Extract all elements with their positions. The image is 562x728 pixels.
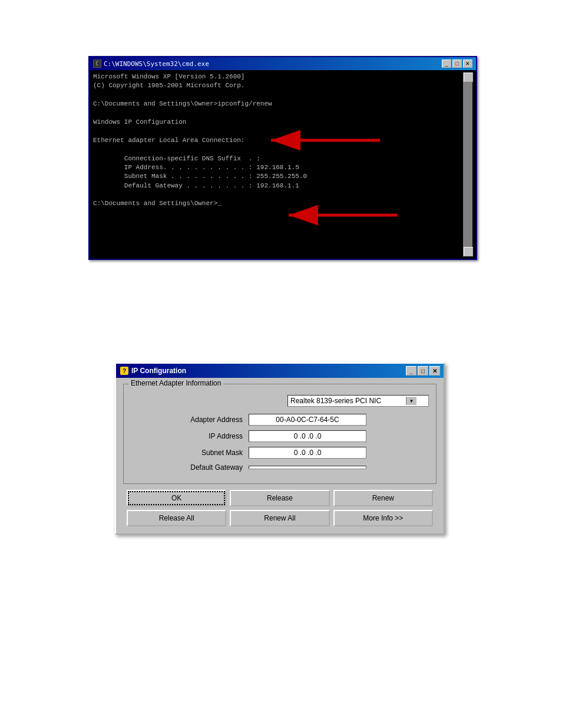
cmd-line: Windows IP Configuration [93, 118, 463, 127]
cmd-minimize-button[interactable]: _ [442, 60, 451, 68]
cmd-line: C:\Documents and Settings\Owner>ipconfig… [93, 100, 463, 108]
ip-address-label: IP Address [131, 432, 249, 440]
cmd-controls: _ □ ✕ [442, 60, 472, 68]
ip-adapter-dropdown[interactable]: Realtek 8139-series PCI NIC ▼ [287, 395, 429, 407]
ip-subnet-label: Subnet Mask [131, 449, 249, 457]
cmd-line [93, 127, 463, 136]
cmd-line: IP Address. . . . . . . . . . . : 192.16… [93, 163, 463, 172]
ip-dialog-controls: _ □ ✕ [406, 366, 440, 375]
cmd-title: C:\WINDOWS\System32\cmd.exe [104, 60, 209, 68]
cmd-line [93, 109, 463, 118]
cmd-content: Microsoft Windows XP [Version 5.1.2600](… [93, 73, 463, 256]
ip-adapter-address-row: Adapter Address 00-A0-0C-C7-64-5C [131, 414, 429, 426]
ip-gateway-value [249, 466, 366, 469]
cmd-line: (C) Copyright 1985-2001 Microsoft Corp. [93, 81, 463, 90]
ip-address-value: 0 .0 .0 .0 [249, 430, 366, 442]
cmd-line: Microsoft Windows XP [Version 5.1.2600] [93, 73, 463, 81]
cmd-line: Connection-specific DNS Suffix . : [93, 154, 463, 163]
cmd-scrollbar[interactable]: ▲ ▼ [463, 73, 472, 256]
cmd-scroll-track[interactable] [464, 82, 472, 247]
cmd-line [93, 190, 463, 199]
cmd-restore-button[interactable]: □ [452, 60, 462, 68]
cmd-line: Default Gateway . . . . . . . . : 192.16… [93, 182, 463, 190]
ip-dropdown-arrow[interactable]: ▼ [406, 397, 416, 405]
renew-all-button[interactable]: Renew All [230, 510, 329, 526]
release-all-button[interactable]: Release All [127, 510, 226, 526]
ip-address-row: IP Address 0 .0 .0 .0 [131, 430, 429, 442]
more-info-button[interactable]: More Info >> [333, 510, 433, 526]
ip-minimize-button[interactable]: _ [406, 366, 416, 375]
cmd-icon: C [93, 60, 101, 68]
cmd-close-button[interactable]: ✕ [463, 60, 472, 68]
cmd-window: C C:\WINDOWS\System32\cmd.exe _ □ ✕ Micr… [88, 56, 477, 260]
cmd-line: Subnet Mask . . . . . . . . . . : 255.25… [93, 172, 463, 181]
ip-body: Ethernet Adapter Information Realtek 813… [116, 378, 444, 533]
ip-close-button[interactable]: ✕ [429, 366, 440, 375]
ip-restore-button[interactable]: □ [418, 366, 428, 375]
renew-button[interactable]: Renew [333, 490, 433, 506]
release-button[interactable]: Release [230, 490, 329, 506]
ip-gateway-row: Default Gateway [131, 463, 429, 472]
cmd-line: Ethernet adapter Local Area Connection: [93, 136, 463, 145]
cmd-scroll-up[interactable]: ▲ [464, 73, 473, 82]
ip-adapter-address-label: Adapter Address [131, 416, 249, 424]
cmd-body: Microsoft Windows XP [Version 5.1.2600](… [90, 70, 476, 259]
ip-titlebar-left: ? IP Configuration [120, 366, 186, 375]
ip-subnet-value: 0 .0 .0 .0 [249, 447, 366, 459]
ip-adapter-value: Realtek 8139-series PCI NIC [290, 397, 381, 405]
cmd-scroll-down[interactable]: ▼ [464, 247, 473, 256]
cmd-titlebar-left: C C:\WINDOWS\System32\cmd.exe [93, 60, 209, 68]
ip-adapter-row: Realtek 8139-series PCI NIC ▼ [131, 395, 429, 407]
ip-gateway-label: Default Gateway [131, 463, 249, 472]
cmd-line [93, 91, 463, 100]
ip-group-label: Ethernet Adapter Information [128, 379, 223, 387]
ip-dialog-icon: ? [120, 366, 129, 375]
ip-config-dialog: ? IP Configuration _ □ ✕ Ethernet Adapte… [115, 363, 445, 535]
ip-dialog-title: IP Configuration [131, 367, 186, 375]
ip-titlebar: ? IP Configuration _ □ ✕ [116, 364, 444, 378]
ok-button[interactable]: OK [127, 490, 226, 506]
ip-adapter-group: Ethernet Adapter Information Realtek 813… [123, 384, 437, 484]
ip-adapter-address-value: 00-A0-0C-C7-64-5C [249, 414, 366, 426]
cmd-line [93, 145, 463, 154]
cmd-line: C:\Documents and Settings\Owner>_ [93, 199, 463, 208]
ip-buttons: OK Release Renew Release All Renew All M… [123, 490, 437, 526]
ip-subnet-row: Subnet Mask 0 .0 .0 .0 [131, 447, 429, 459]
cmd-titlebar: C C:\WINDOWS\System32\cmd.exe _ □ ✕ [90, 57, 476, 70]
svg-text:?: ? [123, 368, 126, 374]
